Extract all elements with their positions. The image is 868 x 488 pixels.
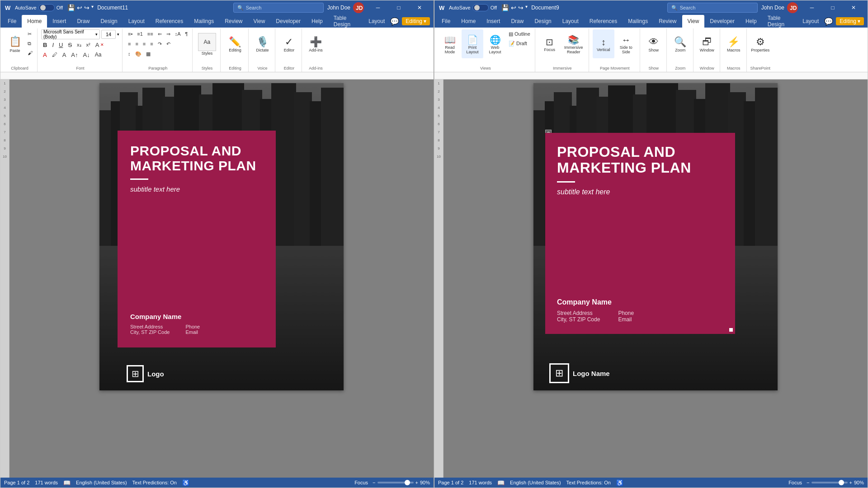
phone-right[interactable]: Phone <box>618 310 634 316</box>
immersivereader-btn-right[interactable]: 📚 Immersive Reader <box>561 29 586 58</box>
strikethrough-btn-left[interactable]: S <box>66 40 74 49</box>
bold-btn-left[interactable]: B <box>41 40 49 49</box>
resize-handle-right[interactable] <box>729 328 733 332</box>
font-size-left[interactable]: 14 <box>101 30 116 39</box>
indent-increase-btn-left[interactable]: ⇒ <box>165 29 172 38</box>
tab-insert-right[interactable]: Insert <box>481 15 505 28</box>
paste-btn-left[interactable]: 📋 Paste <box>5 29 25 58</box>
dictate-btn-left[interactable]: 🎙️ Dictate <box>252 29 272 58</box>
window-btn-right[interactable]: 🗗 Window <box>697 29 717 58</box>
font-name-left[interactable]: Microsoft Sans Serif (Body) ▾ <box>41 29 100 39</box>
ltr-btn-left[interactable]: ↷ <box>156 39 164 48</box>
accessibility-icon-left[interactable]: ♿ <box>182 479 189 486</box>
underline-btn-left[interactable]: U <box>57 40 65 49</box>
zoom-out-btn-left[interactable]: − <box>373 480 375 485</box>
avatar-right[interactable]: JD <box>787 2 798 13</box>
tab-references-left[interactable]: References <box>150 15 189 28</box>
street-address-left[interactable]: Street Address <box>130 324 170 329</box>
tab-view-left[interactable]: View <box>248 15 271 28</box>
macros-btn-right[interactable]: ⚡ Macros <box>724 29 744 58</box>
tab-layout-left[interactable]: Layout <box>123 15 150 28</box>
format-painter-btn-left[interactable]: 🖌 <box>26 48 34 57</box>
street-address-right[interactable]: Street Address <box>557 310 600 316</box>
city-state-right[interactable]: City, ST ZIP Code <box>557 316 600 323</box>
tab-layout2-right[interactable]: Layout <box>797 15 824 28</box>
tab-layout-right[interactable]: Layout <box>557 15 584 28</box>
spell-check-icon-left[interactable]: 📖 <box>63 479 71 486</box>
save-icon-right[interactable]: 💾 <box>501 4 509 11</box>
properties-btn-right[interactable]: ⚙ Properties <box>750 29 770 58</box>
printlayout-btn-right[interactable]: 📄 Print Layout <box>462 29 483 58</box>
company-name-left[interactable]: Company Name <box>130 313 200 320</box>
shading-btn-left[interactable]: 🎨 <box>133 49 143 58</box>
copy-btn-left[interactable]: ⧉ <box>26 39 34 48</box>
redo-btn-right[interactable]: ↪ <box>518 4 524 11</box>
minimize-btn-left[interactable]: ─ <box>368 0 388 15</box>
autosave-area-right[interactable]: AutoSave Off <box>449 4 497 11</box>
minimize-btn-right[interactable]: ─ <box>802 0 822 15</box>
highlight-btn-left[interactable]: 🖊 <box>50 50 59 59</box>
comments-icon-right[interactable]: 💬 <box>824 17 833 26</box>
focus-left[interactable]: Focus <box>354 480 368 485</box>
align-right-btn-left[interactable]: ≡ <box>141 39 147 48</box>
clearformat-btn-left[interactable]: A✕ <box>94 40 106 49</box>
tab-file-right[interactable]: File <box>436 15 456 28</box>
email-left[interactable]: Email <box>185 329 200 335</box>
fontcolor-btn-left[interactable]: A <box>41 50 49 59</box>
editor-btn-left[interactable]: ✓ Editor <box>279 29 299 58</box>
multilevel-btn-left[interactable]: ≡≡ <box>146 29 155 38</box>
email-right[interactable]: Email <box>618 316 634 323</box>
zoom-slider-left[interactable] <box>377 482 414 483</box>
tab-insert-left[interactable]: Insert <box>47 15 71 28</box>
align-center-btn-left[interactable]: ≡ <box>133 39 140 48</box>
tab-home-right[interactable]: Home <box>456 15 481 28</box>
tab-mailings-left[interactable]: Mailings <box>189 15 219 28</box>
zoom-in-btn-right[interactable]: + <box>849 480 852 485</box>
tab-file-left[interactable]: File <box>2 15 22 28</box>
focus-btn-right[interactable]: ⊡ Focus <box>539 29 561 58</box>
close-btn-right[interactable]: ✕ <box>843 0 864 15</box>
comments-icon-left[interactable]: 💬 <box>390 17 399 26</box>
sort-btn-left[interactable]: ↕A <box>173 29 183 38</box>
tab-layout2-left[interactable]: Layout <box>363 15 390 28</box>
outline-btn-right[interactable]: ▤ Outline <box>507 29 532 38</box>
tab-tabledesign-left[interactable]: Table Design <box>328 15 363 28</box>
tab-design-right[interactable]: Design <box>529 15 557 28</box>
subscript-btn-left[interactable]: x₂ <box>75 40 83 49</box>
rtl-btn-left[interactable]: ↶ <box>165 39 172 48</box>
vertical-btn-right[interactable]: ↕ Vertical <box>593 29 614 58</box>
linespacing-btn-left[interactable]: ↕ <box>126 49 132 58</box>
show-btn-right[interactable]: 👁 Show <box>644 29 664 58</box>
tab-help-left[interactable]: Help <box>306 15 328 28</box>
tab-view-right[interactable]: View <box>682 15 705 28</box>
zoom-btn-right[interactable]: 🔍 Zoom <box>670 29 690 58</box>
tab-draw-right[interactable]: Draw <box>505 15 529 28</box>
editing-btn-ribbon-left[interactable]: ✏️ Editing <box>225 29 245 58</box>
tab-developer-left[interactable]: Developer <box>270 15 306 28</box>
close-btn-left[interactable]: ✕ <box>409 0 430 15</box>
accessibility-icon-right[interactable]: ♿ <box>616 479 623 486</box>
autosave-area-left[interactable]: AutoSave Off <box>15 4 63 11</box>
shrink-btn-left[interactable]: A↓ <box>81 50 92 59</box>
search-box-left[interactable]: 🔍 Search <box>233 3 324 13</box>
changecase-btn-left[interactable]: Aa <box>93 50 104 59</box>
zoom-in-btn-left[interactable]: + <box>415 480 418 485</box>
editing-btn-right[interactable]: Editing ▾ <box>836 17 864 25</box>
border-btn-left[interactable]: ▦ <box>144 49 152 58</box>
zoom-out-btn-right[interactable]: − <box>807 480 809 485</box>
doc-title-right[interactable]: PROPOSAL ANDMARKETING PLAN <box>557 144 728 176</box>
zoom-slider-right[interactable] <box>811 482 848 483</box>
addins-btn-left[interactable]: ➕ Add-ins <box>306 29 326 58</box>
focus-right[interactable]: Focus <box>788 480 802 485</box>
company-name-right[interactable]: Company Name <box>557 298 634 306</box>
undo-btn-right[interactable]: ↩ <box>511 4 516 11</box>
font-size-chevron-left[interactable]: ▾ <box>117 32 119 37</box>
tab-tabledesign-right[interactable]: Table Design <box>762 15 797 28</box>
tab-help-right[interactable]: Help <box>740 15 762 28</box>
phone-left[interactable]: Phone <box>185 324 200 329</box>
maximize-btn-left[interactable]: □ <box>388 0 409 15</box>
texteffect-btn-left[interactable]: A <box>61 50 68 59</box>
save-icon-left[interactable]: 💾 <box>67 4 75 11</box>
justify-btn-left[interactable]: ≡ <box>148 39 155 48</box>
maximize-btn-right[interactable]: □ <box>822 0 843 15</box>
